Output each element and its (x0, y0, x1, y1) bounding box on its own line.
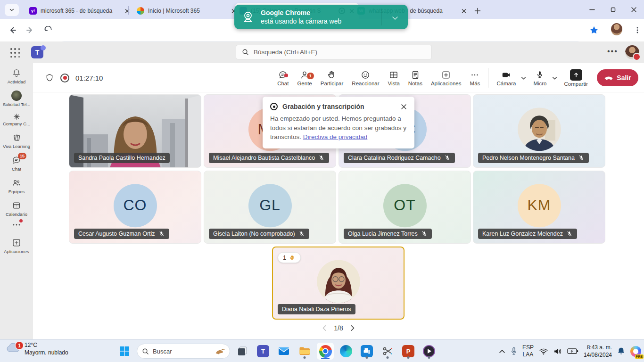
notification-dot (19, 219, 23, 222)
taskbar-search[interactable]: Buscar (137, 344, 230, 359)
participant-tile-karen[interactable]: KM Karen Luz Gonzalez Melendez (473, 171, 605, 244)
tab-yahoo-search[interactable]: y! microsoft 365 - de búsqueda (25, 3, 135, 19)
window-maximize-button[interactable] (603, 0, 623, 19)
participant-nameplate: Diana Natali Daza Piñeros (278, 304, 355, 314)
copilot-icon[interactable]: PRE (630, 346, 641, 357)
people-button[interactable]: 1 Gente (293, 70, 316, 86)
taskbar-file-explorer-icon[interactable] (296, 343, 313, 360)
participant-tile-olga[interactable]: OT Olga Lucia Jimenez Torres (339, 171, 471, 244)
chrome-icon (319, 345, 332, 358)
battery-charging-icon[interactable] (567, 348, 578, 354)
tab-search-chevron-button[interactable] (5, 4, 19, 16)
chat-badge: 15 (18, 153, 26, 159)
reload-button[interactable] (42, 25, 54, 36)
window-minimize-button[interactable] (582, 0, 603, 19)
taskbar-snipping-icon[interactable] (379, 343, 396, 360)
browser-menu-button[interactable] (632, 25, 643, 36)
participant-tile-pedro[interactable]: Pedro Nelson Montenegro Santana (473, 94, 605, 168)
taskbar-powerpoint-icon[interactable]: P (400, 343, 417, 360)
taskbar-teams-icon[interactable]: T (255, 343, 272, 360)
wifi-icon[interactable] (539, 348, 548, 355)
chat-button[interactable]: Chat (273, 70, 293, 86)
taskbar-chrome-icon[interactable] (317, 343, 334, 360)
sidebar-item-aplicaciones[interactable]: Aplicaciones (0, 238, 33, 254)
share-button[interactable]: Compartir (560, 69, 592, 87)
smiley-icon (360, 70, 371, 80)
task-view-button[interactable] (234, 343, 251, 360)
tab-m365-home[interactable]: Inicio | Microsoft 365 (132, 3, 241, 19)
avatar (611, 23, 622, 35)
back-button[interactable] (7, 25, 18, 36)
app-launcher-button[interactable] (10, 48, 21, 58)
raise-hand-button[interactable]: Participar (316, 70, 348, 86)
tray-mic-icon[interactable] (511, 347, 517, 355)
mic-options-chevron[interactable] (551, 74, 558, 82)
view-button[interactable]: Vista (384, 70, 404, 86)
close-tab-icon[interactable] (124, 8, 130, 14)
taskbar-scan-app-icon[interactable] (358, 343, 375, 360)
close-icon[interactable] (401, 104, 407, 110)
maximize-icon (610, 7, 616, 12)
apps-button[interactable]: Aplicaciones (427, 70, 466, 86)
minimize-icon (589, 7, 595, 12)
chevron-down-icon[interactable] (392, 16, 398, 21)
participant-tile-gisela[interactable]: GL Gisela Laiton (No comprobado) (204, 171, 336, 244)
forward-button[interactable] (25, 25, 36, 36)
sidebar-item-company[interactable]: Company C... (0, 113, 33, 126)
yahoo-icon: y! (29, 7, 37, 15)
folder-icon (298, 345, 311, 357)
shield-icon[interactable] (45, 73, 54, 82)
sidebar-item-viva-learning[interactable]: Viva Learning (0, 132, 33, 149)
notification-app: Google Chrome (261, 8, 341, 17)
tray-overflow-chevron[interactable] (499, 349, 505, 354)
new-tab-button[interactable] (471, 5, 484, 17)
language-indicator[interactable]: ESP LAA (522, 344, 534, 358)
weather-widget[interactable]: 1 12°C Mayorm. nublado (6, 341, 68, 356)
chrome-camera-notification[interactable]: Google Chrome está usando la cámara web (234, 5, 408, 29)
popup-title-row: Grabación y transcripción (270, 103, 407, 110)
taskbar-mail-icon[interactable] (275, 343, 292, 360)
camera-options-chevron[interactable] (520, 74, 527, 82)
teams-search-bar[interactable]: Búsqueda (Ctrl+Alt+E) (236, 45, 432, 59)
sidebar-item-chat[interactable]: 15 Chat (0, 155, 33, 172)
participant-tile-cesar[interactable]: CO Cesar Augusto Guzman Ortiz (69, 171, 201, 244)
mic-button[interactable]: Micro (529, 70, 551, 86)
taskbar-media-player-icon[interactable] (421, 343, 438, 360)
sidebar-item-equipos[interactable]: Equipos (0, 178, 33, 194)
previous-page-icon[interactable] (322, 325, 327, 331)
participant-nameplate: Pedro Nelson Montenegro Santana (478, 153, 589, 163)
presence-dot (633, 53, 641, 61)
toolbar-divider (488, 68, 488, 88)
camera-button[interactable]: Cámara (492, 70, 520, 86)
sidebar-item-calendario[interactable]: Calendario (0, 200, 33, 217)
teams-more-options-button[interactable]: ••• (607, 47, 618, 56)
start-button[interactable] (116, 343, 133, 360)
bell-icon (11, 68, 22, 78)
profile-avatar[interactable] (611, 24, 622, 35)
leave-button[interactable]: Salir (597, 69, 638, 86)
sidebar-item-more[interactable] (0, 223, 33, 227)
more-button[interactable]: Más (465, 70, 484, 86)
taskbar-edge-icon[interactable] (338, 343, 355, 360)
chevron-down-icon (9, 7, 15, 13)
clock[interactable]: 8:43 a. m. 14/08/2024 (584, 344, 612, 359)
chevron-down-icon (521, 76, 526, 80)
speaker-icon[interactable] (553, 348, 562, 355)
sidebar-item-actividad[interactable]: Actividad (0, 68, 33, 84)
scissors-icon (382, 346, 393, 357)
notification-bell-icon[interactable] (617, 347, 625, 355)
next-page-icon[interactable] (350, 325, 355, 331)
share-screen-icon (570, 69, 582, 81)
unread-dot (284, 74, 288, 77)
notes-button[interactable]: Notas (404, 70, 427, 86)
participant-tile-diana[interactable]: 1 Diana Natali Daza Piñeros (272, 247, 405, 320)
teams-profile-avatar[interactable] (625, 45, 639, 59)
window-close-button[interactable] (623, 0, 644, 19)
task-view-icon (237, 346, 248, 357)
sidebar-item-solicitud[interactable]: Solicitud Tel... (0, 90, 33, 107)
bookmark-star-button[interactable] (588, 25, 600, 36)
close-tab-icon[interactable] (461, 8, 467, 14)
privacy-policy-link[interactable]: Directiva de privacidad (303, 133, 368, 140)
participant-tile-sandra[interactable]: Sandra Paola Castillo Hernandez (69, 94, 201, 168)
react-button[interactable]: Reaccionar (347, 70, 383, 86)
